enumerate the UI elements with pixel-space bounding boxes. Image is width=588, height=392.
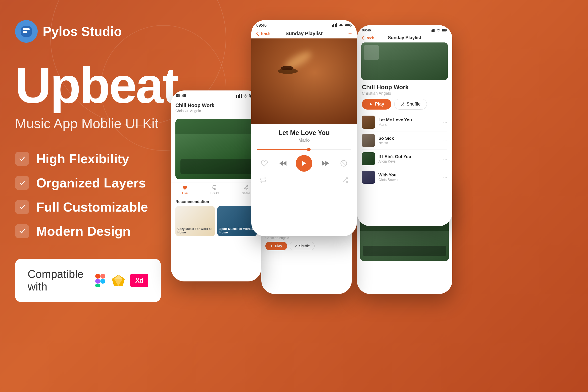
back-label-right: Back — [366, 36, 374, 40]
svg-point-28 — [341, 27, 341, 27]
back-button-right[interactable]: Back — [362, 36, 374, 40]
phone-bc-play-button[interactable]: Play — [265, 242, 287, 250]
track-artist-1: Mario — [378, 123, 439, 127]
features-list: High Flexibility Organized Layers Full C… — [15, 151, 171, 239]
forward-button[interactable] — [320, 158, 331, 169]
logo-area: Pylos Studio — [15, 20, 171, 43]
rec-card-1[interactable]: Cozy Music For Work at Home — [175, 206, 215, 236]
sketch-icon — [112, 274, 125, 287]
svg-point-20 — [244, 187, 246, 188]
feature-label-flexibility: High Flexibility — [36, 151, 129, 166]
svg-rect-42 — [432, 29, 433, 32]
svg-rect-48 — [442, 29, 446, 31]
svg-marker-34 — [302, 161, 306, 166]
phone-right-shuffle-button[interactable]: Shuffle — [394, 99, 427, 110]
svg-rect-26 — [335, 24, 336, 27]
svg-rect-3 — [95, 274, 100, 279]
tab-dislike[interactable]: Dislike — [210, 185, 219, 195]
track-item-1[interactable]: Let Me Love You Mario ··· — [357, 113, 452, 131]
phone-left-album-art — [175, 119, 257, 179]
phone-bc-artist: Christian Angelo — [261, 236, 352, 242]
phones-area: 09:46 Chill Hoop Work Christian Angelo — [166, 0, 588, 392]
svg-point-7 — [100, 279, 105, 284]
svg-point-45 — [438, 31, 439, 31]
xd-icon: Xd — [130, 274, 148, 287]
svg-rect-1 — [23, 28, 30, 30]
compatible-label: Compatible with — [28, 268, 85, 293]
svg-line-50 — [401, 103, 404, 106]
rec-card-2[interactable]: Sport Music For Work at Home — [217, 206, 257, 236]
svg-marker-59 — [271, 245, 273, 247]
phone-left-song-artist: Christian Angelo — [175, 109, 257, 113]
back-button-main[interactable]: Back — [256, 31, 270, 36]
add-button-main[interactable]: + — [348, 30, 352, 37]
phone-left-now-playing: Chill Hoop Work Christian Angelo — [171, 99, 261, 119]
phone-right-album-art — [361, 42, 448, 80]
track-thumb-3 — [362, 152, 375, 165]
phone-bc-shuffle-label: Shuffle — [299, 244, 310, 248]
phone-right-action-buttons: Play Shuffle — [357, 99, 452, 113]
track-item-4[interactable]: With You Chris Brown ··· — [357, 168, 452, 186]
phone-main-status-bar: 09:46 — [251, 20, 357, 29]
tab-dislike-label: Dislike — [210, 191, 219, 195]
phone-right-song-artist: Christian Angelo — [357, 91, 452, 99]
svg-rect-43 — [433, 29, 434, 32]
feature-customizable: Full Customizable — [15, 200, 171, 215]
phone-right-playlist-title: Sunday Playlist — [388, 35, 421, 40]
track-thumb-1 — [362, 116, 375, 129]
svg-marker-32 — [279, 161, 283, 166]
repeat-button[interactable] — [260, 177, 266, 185]
feature-flexibility: High Flexibility — [15, 151, 171, 166]
tab-like[interactable]: Like — [182, 185, 188, 195]
svg-rect-12 — [238, 95, 239, 98]
heart-button[interactable] — [259, 158, 270, 169]
phone-right-play-button[interactable]: Play — [362, 99, 391, 110]
track-more-3[interactable]: ··· — [443, 156, 447, 162]
phone-main-header: Back Sunday Playlist + — [251, 29, 357, 38]
svg-marker-35 — [322, 161, 325, 166]
phone-left-tabs: Like Dislike Share — [171, 182, 261, 198]
track-info-4: With You Chris Brown — [378, 173, 439, 182]
phone-bc-shuffle-button[interactable]: Shuffle — [290, 242, 315, 250]
tool-icons: Xd — [94, 274, 148, 287]
track-thumb-2 — [362, 134, 375, 147]
phone-main: 09:46 Back Sunday Playlist + — [251, 20, 357, 236]
svg-rect-5 — [95, 279, 100, 284]
progress-bar[interactable] — [251, 149, 357, 150]
phone-bc-action-buttons: Play Shuffle — [261, 242, 352, 250]
track-info-2: So Sick Ne-Yo — [378, 136, 439, 145]
svg-point-21 — [247, 189, 248, 190]
svg-rect-41 — [431, 30, 431, 32]
feature-layers: Organized Layers — [15, 175, 171, 190]
back-label-main: Back — [261, 31, 270, 36]
options-button[interactable] — [338, 158, 349, 169]
track-name-3: If I Ain't Got You — [378, 154, 439, 159]
app-title: Upbeat — [15, 63, 171, 108]
check-icon-flexibility — [15, 152, 29, 166]
track-more-4[interactable]: ··· — [443, 174, 447, 180]
svg-rect-6 — [95, 284, 100, 287]
feature-modern: Modern Design — [15, 224, 171, 239]
rewind-button[interactable] — [277, 158, 288, 169]
feature-label-layers: Organized Layers — [36, 175, 146, 190]
svg-line-38 — [342, 161, 346, 165]
play-button[interactable] — [296, 155, 312, 172]
song-info: Let Me Love You Mario — [251, 124, 357, 149]
track-more-2[interactable]: ··· — [443, 138, 447, 143]
svg-rect-47 — [447, 30, 447, 31]
tab-like-label: Like — [182, 191, 188, 195]
secondary-controls — [251, 176, 357, 189]
track-list: Let Me Love You Mario ··· So Sick Ne-Yo … — [357, 113, 452, 186]
svg-rect-30 — [351, 25, 352, 26]
svg-point-15 — [245, 97, 246, 98]
track-item-3[interactable]: If I Ain't Got You Alicia Keys ··· — [357, 150, 452, 168]
brand-name: Pylos Studio — [43, 24, 122, 39]
svg-rect-14 — [241, 94, 242, 98]
tab-share[interactable]: Share — [242, 185, 250, 195]
track-item-2[interactable]: So Sick Ne-Yo ··· — [357, 131, 452, 150]
phone-left: 09:46 Chill Hoop Work Christian Angelo — [171, 90, 261, 281]
shuffle-button-main[interactable] — [342, 177, 348, 184]
track-more-1[interactable]: ··· — [443, 119, 447, 125]
check-icon-layers — [15, 176, 29, 190]
svg-rect-44 — [434, 29, 435, 32]
